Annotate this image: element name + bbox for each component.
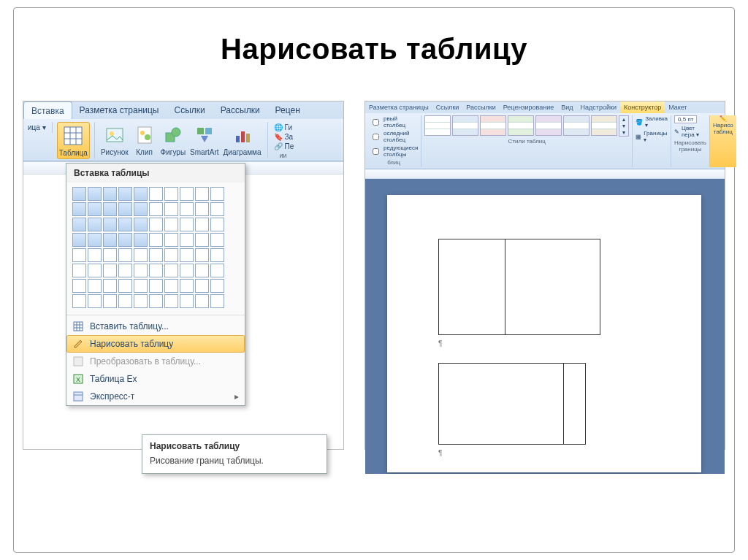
grid-cell[interactable] bbox=[118, 279, 132, 293]
smartart-button[interactable]: SmartArt bbox=[188, 122, 220, 158]
grid-cell[interactable] bbox=[180, 233, 194, 247]
grid-cell[interactable] bbox=[134, 279, 148, 293]
grid-cell[interactable] bbox=[210, 294, 224, 308]
grid-cell[interactable] bbox=[72, 248, 86, 262]
grid-cell[interactable] bbox=[195, 233, 209, 247]
grid-cell[interactable] bbox=[149, 264, 163, 277]
grid-cell[interactable] bbox=[88, 248, 102, 262]
scroll-up-icon[interactable]: ▴ bbox=[619, 116, 628, 123]
grid-cell[interactable] bbox=[149, 218, 163, 231]
picture-button[interactable]: Рисунок bbox=[99, 122, 130, 158]
shapes-button[interactable]: Фигуры bbox=[159, 122, 187, 158]
grid-cell[interactable] bbox=[149, 279, 163, 293]
grid-cell[interactable] bbox=[72, 233, 86, 247]
grid-cell[interactable] bbox=[118, 202, 132, 216]
menu-insert-table[interactable]: Вставить таблицу... bbox=[66, 318, 245, 335]
grid-cell[interactable] bbox=[149, 187, 163, 201]
checkbox-first-col[interactable] bbox=[373, 119, 379, 126]
grid-cell[interactable] bbox=[210, 218, 224, 231]
grid-cell[interactable] bbox=[180, 248, 194, 262]
grid-cell[interactable] bbox=[88, 202, 102, 216]
opt-banded[interactable]: редующиеся столбцы bbox=[370, 145, 418, 158]
insert-grid[interactable] bbox=[66, 183, 245, 312]
grid-cell[interactable] bbox=[88, 264, 102, 277]
tab2-design[interactable]: Конструктор bbox=[620, 101, 665, 113]
grid-cell[interactable] bbox=[103, 233, 117, 247]
grid-cell[interactable] bbox=[164, 294, 178, 308]
grid-cell[interactable] bbox=[180, 202, 194, 216]
gallery-more-icon[interactable]: ▾ bbox=[619, 129, 628, 136]
style-1[interactable] bbox=[424, 115, 451, 136]
menu-excel[interactable]: X Таблица Ex bbox=[66, 370, 245, 388]
grid-cell[interactable] bbox=[134, 264, 148, 277]
grid-cell[interactable] bbox=[103, 264, 117, 277]
grid-cell[interactable] bbox=[134, 248, 148, 262]
chart-button[interactable]: Диаграмма bbox=[222, 122, 263, 158]
grid-cell[interactable] bbox=[195, 294, 209, 308]
grid-cell[interactable] bbox=[134, 202, 148, 216]
grid-cell[interactable] bbox=[118, 233, 132, 247]
grid-cell[interactable] bbox=[72, 294, 86, 308]
tab2-layout[interactable]: Разметка страницы bbox=[365, 101, 432, 113]
gallery-scroll[interactable]: ▴ ▾ ▾ bbox=[619, 115, 629, 137]
tab-references[interactable]: Ссылки bbox=[167, 101, 213, 119]
grid-cell[interactable] bbox=[164, 218, 178, 231]
grid-cell[interactable] bbox=[103, 248, 117, 262]
style-6[interactable] bbox=[563, 115, 589, 136]
shading-button[interactable]: 🪣Заливка ▾ bbox=[636, 115, 668, 129]
grid-cell[interactable] bbox=[72, 264, 86, 277]
tab2-mail[interactable]: Рассылки bbox=[462, 101, 499, 113]
grid-cell[interactable] bbox=[88, 218, 102, 231]
style-5[interactable] bbox=[535, 115, 562, 136]
style-4[interactable] bbox=[508, 115, 534, 136]
grid-cell[interactable] bbox=[103, 218, 117, 231]
line-weight[interactable]: 0,5 пт bbox=[674, 115, 706, 123]
grid-cell[interactable] bbox=[210, 279, 224, 293]
style-2[interactable] bbox=[452, 115, 478, 136]
grid-cell[interactable] bbox=[164, 187, 178, 201]
tab2-tablelayout[interactable]: Макет bbox=[665, 101, 690, 113]
menu-draw-table[interactable]: Нарисовать таблицу bbox=[66, 335, 245, 353]
grid-cell[interactable] bbox=[88, 294, 102, 308]
checkbox-last-col[interactable] bbox=[373, 134, 379, 140]
grid-cell[interactable] bbox=[88, 279, 102, 293]
tab2-refs[interactable]: Ссылки bbox=[432, 101, 463, 113]
document-area-right[interactable]: ¶ ¶ bbox=[365, 179, 725, 474]
grid-cell[interactable] bbox=[210, 248, 224, 262]
ruler-right[interactable] bbox=[365, 169, 725, 179]
grid-cell[interactable] bbox=[164, 233, 178, 247]
table-2[interactable] bbox=[438, 363, 586, 445]
grid-cell[interactable] bbox=[72, 279, 86, 293]
tab2-review[interactable]: Рецензирование bbox=[500, 101, 558, 113]
bookmark-row[interactable]: 🔖За bbox=[274, 133, 294, 141]
grid-cell[interactable] bbox=[210, 187, 224, 201]
grid-cell[interactable] bbox=[180, 187, 194, 201]
pen-color[interactable]: ✎Цвет пера ▾ bbox=[674, 125, 706, 138]
grid-cell[interactable] bbox=[134, 187, 148, 201]
grid-cell[interactable] bbox=[103, 294, 117, 308]
table-1[interactable] bbox=[438, 239, 600, 335]
grid-cell[interactable] bbox=[195, 264, 209, 277]
tab-insert[interactable]: Вставка bbox=[23, 101, 72, 119]
grid-cell[interactable] bbox=[149, 233, 163, 247]
grid-cell[interactable] bbox=[164, 279, 178, 293]
grid-cell[interactable] bbox=[134, 218, 148, 231]
checkbox-banded[interactable] bbox=[373, 148, 379, 155]
grid-cell[interactable] bbox=[164, 202, 178, 216]
grid-cell[interactable] bbox=[195, 187, 209, 201]
grid-cell[interactable] bbox=[149, 294, 163, 308]
menu-quick[interactable]: Экспресс-т ▸ bbox=[66, 388, 245, 405]
grid-cell[interactable] bbox=[180, 294, 194, 308]
tab2-addins[interactable]: Надстройки bbox=[577, 101, 620, 113]
crossref-row[interactable]: 🔗Пе bbox=[274, 142, 294, 150]
style-3[interactable] bbox=[480, 115, 506, 136]
style-7[interactable] bbox=[591, 115, 617, 136]
truncated-label[interactable]: ица ▾ bbox=[26, 122, 47, 133]
grid-cell[interactable] bbox=[210, 202, 224, 216]
grid-cell[interactable] bbox=[195, 218, 209, 231]
grid-cell[interactable] bbox=[72, 202, 86, 216]
grid-cell[interactable] bbox=[180, 279, 194, 293]
grid-cell[interactable] bbox=[103, 187, 117, 201]
grid-cell[interactable] bbox=[149, 248, 163, 262]
grid-cell[interactable] bbox=[72, 218, 86, 231]
